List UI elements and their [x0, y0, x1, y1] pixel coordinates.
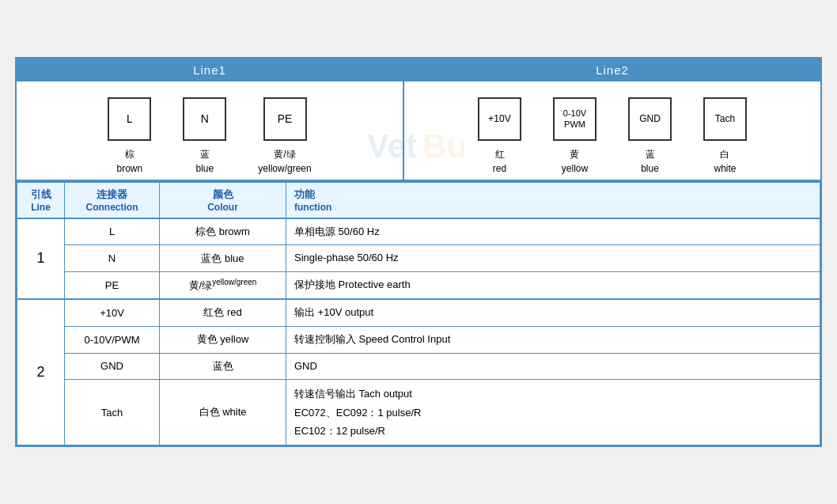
connector-label-gnd: 蓝blue: [641, 147, 659, 176]
th-colour: 颜色 Colour: [160, 182, 286, 218]
conn-10v: +10V: [65, 299, 160, 326]
connector-label-pwm: 黄yellow: [562, 147, 588, 176]
colour-blue-N: 蓝色 blue: [160, 245, 286, 272]
table-body: 1 L 棕色 browm 单相电源 50/60 Hz N 蓝色 blue Sin…: [17, 218, 820, 445]
line1-label: Line1: [193, 63, 226, 77]
connector-box-10v: +10V: [478, 97, 521, 141]
conn-PE: PE: [65, 272, 160, 299]
line2-area: Line2 +10V 红red 0-10V PWM 黄yellow: [404, 59, 820, 180]
conn-tach: Tach: [65, 380, 160, 445]
colour-yellow-green: 黄/绿yellow/green: [160, 272, 286, 299]
table-row: Tach 白色 white 转速信号输出 Tach output EC072、E…: [17, 380, 820, 445]
table-row: PE 黄/绿yellow/green 保护接地 Protective earth: [17, 272, 820, 299]
connector-label-tach: 白white: [714, 147, 736, 176]
line2-connectors: +10V 红red 0-10V PWM 黄yellow GND 蓝blue: [404, 81, 820, 180]
connector-box-tach: Tach: [703, 97, 747, 141]
func-tach: 转速信号输出 Tach output EC072、EC092：1 pulse/R…: [286, 380, 820, 445]
main-container: Line1 L 棕brown N 蓝blue PE 黄/绿yellow/gree…: [15, 57, 822, 448]
table-row: N 蓝色 blue Single-phase 50/60 Hz: [17, 245, 820, 272]
line1-header: Line1: [17, 59, 403, 81]
connector-label-N: 蓝blue: [195, 147, 214, 176]
table-row: 2 +10V 红色 red 输出 +10V output: [17, 299, 820, 326]
line1-connectors: L 棕brown N 蓝blue PE 黄/绿yellow/green: [17, 81, 403, 180]
conn-gnd: GND: [65, 353, 160, 380]
colour-yellow: 黄色 yellow: [160, 326, 286, 353]
connector-box-L: L: [108, 97, 151, 141]
connector-L: L 棕brown: [108, 97, 151, 176]
diagram-section: Line1 L 棕brown N 蓝blue PE 黄/绿yellow/gree…: [17, 59, 820, 181]
connector-label-PE: 黄/绿yellow/green: [258, 147, 311, 176]
conn-L: L: [65, 218, 160, 245]
colour-red: 红色 red: [160, 299, 286, 326]
connector-box-PE: PE: [263, 97, 307, 141]
connector-gnd: GND 蓝blue: [628, 97, 672, 176]
func-gnd: GND: [286, 353, 820, 380]
colour-blue-gnd: 蓝色: [160, 353, 286, 380]
table-row: GND 蓝色 GND: [17, 353, 820, 380]
th-connection: 连接器 Connection: [65, 182, 160, 218]
connector-pwm: 0-10V PWM 黄yellow: [553, 97, 597, 176]
line2-label: Line2: [596, 63, 629, 77]
th-line: 引线 Line: [17, 182, 65, 218]
func-PE: 保护接地 Protective earth: [286, 272, 820, 299]
func-N: Single-phase 50/60 Hz: [286, 245, 820, 272]
colour-white: 白色 white: [160, 380, 286, 445]
wiring-table: 引线 Line 连接器 Connection 颜色 Colour 功能 func…: [17, 181, 820, 446]
connector-box-N: N: [183, 97, 226, 141]
connector-label-10v: 红red: [493, 147, 506, 176]
func-pwm: 转速控制输入 Speed Control Input: [286, 326, 820, 353]
table-header-row: 引线 Line 连接器 Connection 颜色 Colour 功能 func…: [17, 182, 820, 218]
line2-header: Line2: [404, 59, 820, 81]
connector-tach: Tach 白white: [703, 97, 747, 176]
conn-pwm: 0-10V/PWM: [65, 326, 160, 353]
connector-N: N 蓝blue: [183, 97, 226, 176]
func-L: 单相电源 50/60 Hz: [286, 218, 820, 245]
table-row: 1 L 棕色 browm 单相电源 50/60 Hz: [17, 218, 820, 245]
diagram-area: Line1 L 棕brown N 蓝blue PE 黄/绿yellow/gree…: [17, 59, 820, 181]
line-group-2: 2: [17, 299, 65, 445]
table-row: 0-10V/PWM 黄色 yellow 转速控制输入 Speed Control…: [17, 326, 820, 353]
connector-10v: +10V 红red: [478, 97, 521, 176]
connector-box-gnd: GND: [628, 97, 672, 141]
th-function: 功能 function: [286, 182, 820, 218]
colour-brown: 棕色 browm: [160, 218, 286, 245]
line1-area: Line1 L 棕brown N 蓝blue PE 黄/绿yellow/gree…: [17, 59, 404, 180]
func-10v: 输出 +10V output: [286, 299, 820, 326]
connector-PE: PE 黄/绿yellow/green: [258, 97, 311, 176]
line-group-1: 1: [17, 218, 65, 299]
connector-label-L: 棕brown: [116, 147, 142, 176]
conn-N: N: [65, 245, 160, 272]
connector-box-pwm: 0-10V PWM: [553, 97, 597, 141]
